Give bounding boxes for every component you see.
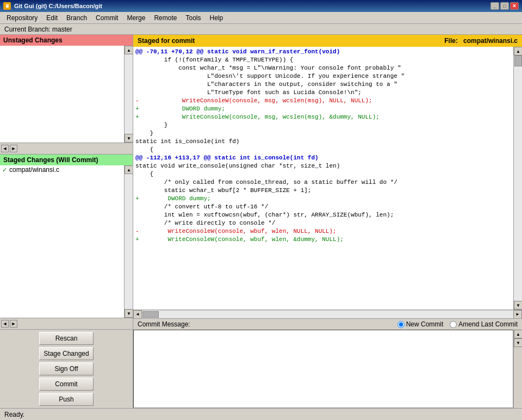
diff-line: @@ -112,16 +113,17 @@ static int is_cons… [135,154,511,162]
close-button[interactable]: ✕ [510,2,519,10]
commit-area: Commit Message: New Commit Amend Last Co… [133,318,522,408]
new-commit-label: New Commit [406,320,444,328]
staged-file-item[interactable]: ✓ compat/winansi.c [0,165,124,174]
title-bar: 🖥 Git Gui (git) C:/Users/Bacon/git _ □ ✕ [0,0,522,12]
diff-line: static void write_console(unsigned char … [135,162,511,170]
right-panel: Staged for commit File: compat/winansi.c… [133,35,522,408]
diff-line: { [135,146,511,154]
status-text: Ready. [4,411,24,418]
menu-item-repository[interactable]: Repository [2,13,42,23]
commit-scroll-down[interactable]: ▼ [514,338,522,347]
diff-line: const wchar_t *msg = L"\nWarning: Your c… [135,64,511,72]
staged-scroll-down[interactable]: ▼ [125,309,133,318]
diff-line: - WriteConsoleW(console, wbuf, wlen, NUL… [135,227,511,236]
scroll-up-btn[interactable]: ▲ [125,46,133,54]
commit-msg-scrollbar: ▲ ▼ [513,330,522,408]
commit-scroll-up[interactable]: ▲ [514,330,522,338]
staged-arrow-left[interactable]: ◄ [1,320,9,328]
diff-scroll-track [514,55,522,301]
staged-list-area: ✓ compat/winansi.c ▲ ▼ [0,165,133,318]
diff-file-info: File: compat/winansi.c [444,37,518,45]
diff-line: + WriteConsoleW(console, wbuf, wlen, &du… [135,236,511,244]
minimize-button[interactable]: _ [490,2,499,10]
diff-line: L"TrueType font such as Lucida Console!\… [135,89,511,97]
diff-hscroll-right[interactable]: ► [513,310,522,319]
diff-hscroll-track [142,311,513,318]
commit-message-label: Commit Message: [138,320,190,328]
sign-off-button[interactable]: Sign Off [39,362,94,375]
unstaged-list-area: ▲ ▼ [0,46,133,143]
commit-message-area: ▲ ▼ [133,330,522,408]
diff-scroll-down[interactable]: ▼ [514,301,522,310]
panel-divider: ◄ ► [0,143,133,155]
push-button[interactable]: Push [39,393,94,406]
new-commit-radio[interactable] [397,321,405,328]
rescan-button[interactable]: Rescan [39,332,94,345]
diff-line: L"characters in the output, consider swi… [135,81,511,89]
staged-file-name: compat/winansi.c [9,166,59,174]
status-bar: Ready. [0,408,522,420]
diff-line: int wlen = xutftowcsn(wbuf, (char*) str,… [135,211,511,219]
diff-scroll-thumb [514,55,522,66]
diff-hscroll-thumb [142,311,159,318]
branch-bar: Current Branch: master [0,24,522,35]
menu-item-remote[interactable]: Remote [150,13,181,23]
staged-scroll-up[interactable]: ▲ [125,165,133,174]
diff-line: + WriteConsoleW(console, msg, wcslen(msg… [135,113,511,121]
stage-changed-button[interactable]: Stage Changed [39,347,94,360]
diff-file-label: File: [444,37,458,45]
diff-line: - WriteConsoleW(console, msg, wcslen(msg… [135,97,511,105]
diff-line: if (!(fontFamily & TMPF_TRUETYPE)) { [135,56,511,64]
diff-line: + DWORD dummy; [135,195,511,203]
menu-item-merge[interactable]: Merge [122,13,150,23]
window-controls: _ □ ✕ [490,2,519,10]
scroll-track [125,54,133,134]
staged-scroll-track [125,174,133,309]
commit-header: Commit Message: New Commit Amend Last Co… [133,319,522,330]
staged-section: Staged Changes (Will Commit) ✓ compat/wi… [0,155,133,330]
diff-line: { [135,170,511,178]
staged-file-list[interactable]: ✓ compat/winansi.c [0,165,124,318]
diff-line: @@ -70,11 +70,12 @@ static void warn_if_… [135,48,511,56]
unstaged-file-list [0,46,124,143]
left-panel: Unstaged Changes ▲ ▼ ◄ ► Staged Changes … [0,35,133,408]
staged-arrow-right[interactable]: ► [10,320,17,328]
diff-scrollbar-horizontal: ◄ ► [133,310,522,318]
action-buttons: Rescan Stage Changed Sign Off Commit Pus… [0,330,133,408]
commit-button[interactable]: Commit [39,378,94,391]
amend-commit-option[interactable]: Amend Last Commit [450,320,518,328]
staged-scrollbar: ▲ ▼ [124,165,133,318]
unstaged-section: Unstaged Changes ▲ ▼ ◄ ► [0,35,133,155]
diff-line: } [135,121,511,129]
current-branch-label: Current Branch: master [4,26,72,33]
scroll-down-btn[interactable]: ▼ [125,134,133,143]
diff-file-name: compat/winansi.c [463,37,518,45]
arrow-left-btn[interactable]: ◄ [1,145,9,152]
diff-line: } [135,129,511,138]
unstaged-header: Unstaged Changes [0,35,133,46]
menu-item-edit[interactable]: Edit [42,13,62,23]
diff-text-area: @@ -70,11 +70,12 @@ static void warn_if_… [133,47,513,310]
menu-item-tools[interactable]: Tools [181,13,205,23]
app-icon: 🖥 [3,2,11,10]
menu-bar: RepositoryEditBranchCommitMergeRemoteToo… [0,12,522,24]
diff-scroll-up[interactable]: ▲ [514,47,522,55]
maximize-button[interactable]: □ [500,2,509,10]
amend-commit-radio[interactable] [450,321,457,328]
diff-line: /* only called from console_thread, so a… [135,178,511,187]
check-icon: ✓ [2,166,7,174]
window-title: Git Gui (git) C:/Users/Bacon/git [14,3,490,9]
diff-line: + DWORD dummy; [135,105,511,113]
diff-hscroll-left[interactable]: ◄ [133,310,142,319]
arrow-right-btn[interactable]: ► [10,145,17,152]
menu-item-commit[interactable]: Commit [91,13,122,23]
diff-line: static wchar_t wbuf[2 * BUFFER_SIZE + 1]… [135,187,511,195]
diff-line: /* write directly to console */ [135,219,511,227]
new-commit-option[interactable]: New Commit [397,320,444,328]
diff-scrollbar-vertical: ▲ ▼ [513,47,522,310]
menu-item-help[interactable]: Help [205,13,227,23]
menu-item-branch[interactable]: Branch [62,13,91,23]
commit-body: ▲ ▼ [133,330,522,408]
commit-message-input[interactable] [133,330,513,408]
diff-line: static int is_console(int fd) [135,138,511,146]
